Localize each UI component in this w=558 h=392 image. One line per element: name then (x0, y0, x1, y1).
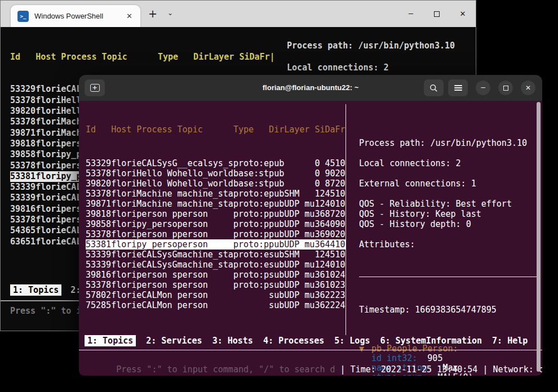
maximize-icon (503, 86, 508, 91)
tab-1-topics[interactable]: 1: Topics (10, 284, 61, 296)
detail-line (287, 51, 455, 62)
table-row[interactable]: 75285florieCALMon person subUDP mu362224 (86, 300, 346, 310)
table-row[interactable]: 39820floriHello Wohello_worldbase:stpub … (86, 179, 346, 189)
topic-table-header: Id Host Process Topic Type DirLayer SiDa… (86, 124, 346, 135)
powershell-titlebar: >_ Windows PowerShell ✕ + ⌄ ─ ✕ (1, 1, 476, 27)
tab-6-systeminformation[interactable]: 6: SystemInformation (380, 336, 482, 346)
hamburger-icon (454, 85, 462, 91)
detail-line: Process path: /usr/bin/python3.10 (359, 138, 538, 148)
titlebar-buttons: ─ ✕ (419, 79, 535, 96)
topic-table: Id Host Process Topic Type DirLayer SiDa… (86, 104, 346, 310)
detail-line (359, 148, 538, 158)
tab-4-processes[interactable]: 4: Processes (263, 336, 324, 346)
terminal-content: Id Host Process Topic Type DirLayer SiDa… (79, 101, 542, 376)
detail-line: Attributes: (359, 239, 538, 250)
search-button[interactable] (424, 79, 444, 96)
table-row[interactable]: 53381floripy_p (10, 171, 81, 182)
scrollbar[interactable] (537, 102, 541, 372)
table-row[interactable]: 53339florieCALSysGmachine_staproto:esubS… (86, 250, 346, 260)
tab-2-services[interactable]: 2: Services (146, 336, 202, 346)
table-row[interactable]: 53381floripy_persoperson proto:ppubUDP m… (86, 239, 346, 250)
minimize-button[interactable]: ─ (398, 1, 424, 27)
gnome-terminal-window: + florian@florian-ubuntu22: ~ ─ ✕ Id Hos… (79, 75, 542, 376)
detail-line (359, 189, 538, 199)
detail-line: Local connections: 2 (359, 158, 538, 168)
maximize-button[interactable] (498, 81, 513, 95)
separator (359, 277, 538, 277)
minimize-button[interactable]: ─ (476, 81, 490, 95)
table-row[interactable]: 53339florieCALSysGmachine_staproto:esubU… (86, 260, 346, 270)
table-row[interactable]: 53378floriperson pperson proto:ppubUDP m… (86, 229, 346, 239)
process-info: Process path: /usr/bin/python3.10Local c… (359, 138, 538, 250)
table-row[interactable]: 39816floriperson sperson proto:psubUDP m… (86, 270, 346, 280)
footer-tab-bar: 1: Topics2: Services3: Hosts4: Processes… (85, 336, 538, 346)
tab-1-topics[interactable]: 1: Topics (85, 335, 136, 346)
maximize-button[interactable] (424, 1, 450, 27)
topic-table-header: Id Host Process Topic Type DirLayer SiDa… (10, 52, 275, 63)
powershell-icon: >_ (17, 11, 29, 22)
status-bar: Press ":" to input command, "/" to searc… (86, 354, 542, 376)
new-tab-button[interactable]: + (148, 7, 157, 20)
close-button[interactable]: ✕ (450, 1, 476, 27)
detail-line: QOS - History: Keep last (359, 209, 538, 219)
maximize-icon (434, 11, 440, 17)
detail-panel: Process path: /usr/bin/python3.10Local c… (287, 41, 455, 73)
table-row[interactable]: 39858floripy_persoperson proto:ppubUDP m… (86, 219, 346, 229)
table-row[interactable]: 53329florieCALSysG__ecalsys_sproto:epub … (86, 158, 346, 168)
table-row[interactable]: 39871floriMachine machine_staproto:epubU… (86, 199, 346, 209)
table-row[interactable]: 53378floriHello Wohello_worldbase:stpub … (86, 168, 346, 179)
new-tab-button[interactable]: + (85, 79, 105, 96)
table-row[interactable]: 53378floriperson sperson proto:psubUDP m… (86, 280, 346, 290)
powershell-tab-title: Windows PowerShell (34, 12, 119, 20)
detail-line: QOS - Reliability: Best effort (359, 199, 538, 209)
window-controls: ─ ✕ (398, 1, 476, 27)
tab-3-hosts[interactable]: 3: Hosts (212, 336, 253, 346)
tab-close-icon[interactable]: ✕ (125, 12, 134, 20)
tab-dropdown-icon[interactable]: ⌄ (167, 9, 173, 17)
detail-line: External connections: 1 (359, 179, 538, 189)
menu-button[interactable] (448, 79, 468, 96)
timestamp: Timestamp: 1669383654747895 (359, 305, 538, 315)
table-row[interactable]: 53378floriMachine machine_staproto:epubS… (86, 189, 346, 199)
panel-separator (346, 104, 346, 335)
powershell-tab[interactable]: >_ Windows PowerShell ✕ (11, 5, 140, 27)
detail-line (359, 168, 538, 179)
table-row[interactable]: 57802florieCALMon person subUDP mu362223 (86, 290, 346, 300)
status-time-network: | Time: 2022-11-25 13:40:54 | Network: c… (340, 364, 542, 375)
search-icon (429, 84, 438, 92)
detail-line (359, 229, 538, 239)
separator (79, 350, 542, 350)
terminal-titlebar: + florian@florian-ubuntu22: ~ ─ ✕ (79, 75, 542, 101)
detail-line: QOS - History depth: 0 (359, 219, 538, 229)
tab-7-help[interactable]: 7: Help (492, 336, 528, 346)
close-button[interactable]: ✕ (521, 81, 535, 95)
detail-line: Local connections: 2 (287, 63, 455, 73)
new-tab-icon: + (90, 84, 100, 92)
status-hint: Press ":" to input command, "/" to searc… (116, 364, 340, 375)
detail-line: Process path: /usr/bin/python3.10 (287, 41, 455, 51)
tab-5-logs[interactable]: 5: Logs (334, 336, 370, 346)
table-row[interactable]: 39818floriperson pperson proto:ppubUDP m… (86, 209, 346, 219)
